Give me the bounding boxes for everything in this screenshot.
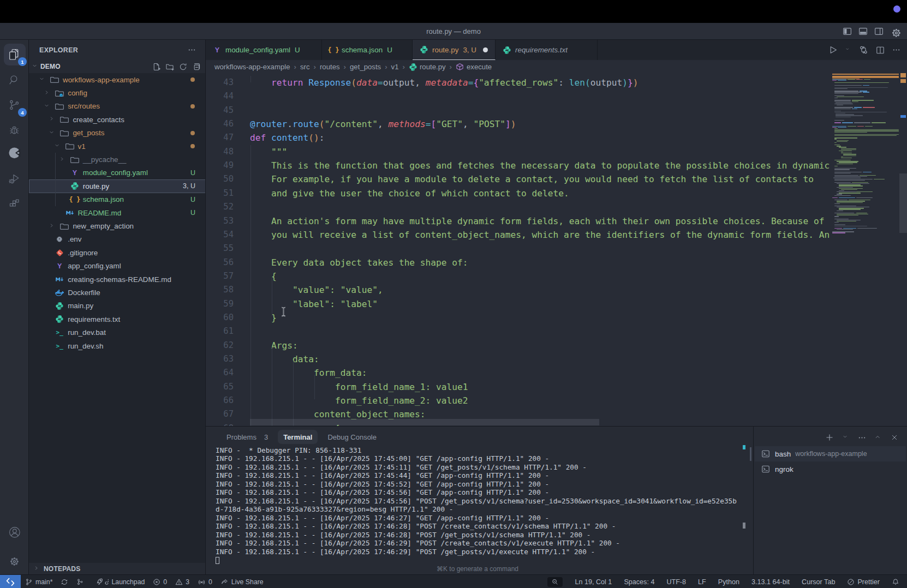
statusbar-cursor-position[interactable]: Ln 19, Col 1 (575, 578, 612, 586)
tree-item-v1[interactable]: v1 (29, 140, 206, 153)
breadcrumb-item[interactable]: src (300, 63, 310, 71)
twisty-chevron-down-icon (55, 143, 61, 149)
new-folder-icon (165, 63, 174, 71)
statusbar-ports[interactable]: 0 (198, 578, 212, 586)
notepads-section-header[interactable]: NOTEPADS (29, 563, 206, 574)
tree-item-requirements.txt[interactable]: requirements.txt (29, 313, 206, 326)
statusbar-notifications[interactable] (892, 578, 899, 586)
statusbar-git-branch[interactable]: main* (25, 578, 52, 586)
run-button[interactable] (828, 45, 838, 55)
breadcrumb-item[interactable]: get_posts (350, 63, 381, 71)
vertical-scrollbar-thumb[interactable] (899, 173, 907, 233)
activitybar-item-manage[interactable] (4, 551, 26, 573)
remote-indicator[interactable] (0, 575, 21, 588)
overview-ruler[interactable] (899, 74, 907, 426)
tree-item-workflows-app-example[interactable]: workflows-app-example (29, 73, 206, 86)
layout-sidebar-left-button[interactable] (843, 27, 852, 36)
yaml-icon: Y (213, 46, 222, 55)
tree-item-Dockerfile[interactable]: Dockerfile (29, 286, 206, 299)
statusbar-git-graph[interactable] (76, 578, 84, 586)
statusbar-live-share[interactable]: Live Share (220, 578, 264, 586)
minimap[interactable] (831, 74, 899, 426)
settings-gear-button[interactable] (890, 27, 899, 36)
statusbar-indentation[interactable]: Spaces: 4 (624, 578, 654, 586)
tree-item-creating-schemas-README.md[interactable]: creating-schemas-README.md (29, 273, 206, 286)
terminal-scrollbar-thumb[interactable] (743, 523, 745, 529)
plus-button[interactable] (825, 433, 834, 442)
tab-git-status: U (387, 46, 392, 54)
tree-item-src/routes[interactable]: src/routes (29, 100, 206, 113)
editor-tab-schema.json[interactable]: { }schema.jsonU (322, 40, 413, 60)
activitybar-item-ai-assistant[interactable] (4, 142, 26, 164)
file-label: app_config.yaml (68, 262, 121, 270)
editor-tab-module_config.yaml[interactable]: Ymodule_config.yamlU (206, 40, 322, 60)
more-button[interactable] (892, 46, 900, 54)
tree-item-create_contacts[interactable]: create_contacts (29, 113, 206, 126)
breadcrumb-item[interactable]: workflows-app-example (214, 63, 290, 71)
statusbar-encoding[interactable]: UTF-8 (666, 578, 686, 586)
chevron-down-icon (44, 103, 51, 110)
statusbar-prettier[interactable]: Prettier (847, 578, 880, 586)
statusbar-launchpad[interactable]: Launchpad (92, 578, 145, 586)
panel-tab-debug-console[interactable]: Debug Console (322, 430, 382, 444)
terminal-instance-bash[interactable]: bashworkflows-app-example (755, 446, 906, 461)
activitybar-item-accounts[interactable] (4, 521, 26, 543)
horizontal-scrollbar[interactable] (250, 419, 599, 425)
close-button[interactable] (891, 434, 898, 441)
workspace-section-header[interactable]: DEMO (29, 60, 206, 73)
chevron-up-button[interactable] (875, 434, 882, 441)
breadcrumb-item[interactable]: routes (320, 63, 340, 71)
editor-tab-route.py[interactable]: route.py3, U (413, 40, 496, 60)
activitybar-item-search[interactable] (4, 69, 26, 91)
activitybar-item-debug[interactable] (4, 119, 26, 141)
breadcrumb-item[interactable]: v1 (391, 63, 399, 71)
tree-item-app_config.yaml[interactable]: Yapp_config.yaml (29, 260, 206, 273)
git-badge: U (190, 196, 195, 203)
more-button[interactable] (858, 434, 866, 442)
split-editor-button[interactable] (876, 46, 885, 55)
collapse-all-button[interactable] (192, 63, 200, 71)
tree-item-get_posts[interactable]: get_posts (29, 127, 206, 140)
dropdown-button[interactable] (845, 47, 851, 53)
activitybar-item-explorer[interactable]: 1 (4, 44, 26, 65)
statusbar-cursor-tab[interactable]: Cursor Tab (802, 578, 835, 586)
compare-changes-button[interactable] (859, 45, 868, 55)
tree-item-run_dev.sh[interactable]: >_run_dev.sh (29, 339, 206, 352)
activitybar-item-extensions[interactable] (4, 194, 26, 215)
statusbar-zoom[interactable] (547, 577, 563, 587)
file-label: creating-schemas-README.md (68, 275, 171, 284)
statusbar-language-mode[interactable]: Python (718, 578, 739, 586)
statusbar-python-interpreter[interactable]: 3.13.1 64-bit (751, 578, 790, 586)
new-file-button[interactable] (152, 63, 160, 71)
statusbar-sync-changes[interactable] (61, 578, 68, 586)
tab-git-status: 3, U (463, 46, 476, 54)
activitybar-item-run-and-debug[interactable] (4, 168, 26, 190)
explorer-more-actions-icon[interactable] (188, 46, 196, 54)
statusbar-eol[interactable]: LF (698, 578, 706, 586)
line-number: 59 (206, 297, 234, 311)
breadcrumb-item[interactable]: execute (456, 63, 492, 71)
layout-panel-button[interactable] (858, 27, 868, 36)
chevron-down-button[interactable] (843, 434, 849, 441)
layout-sidebar-right-button[interactable] (874, 27, 884, 36)
activitybar-item-source-control[interactable]: 4 (4, 94, 26, 116)
file-label: run_dev.bat (68, 328, 106, 337)
tree-item-.env[interactable]: .env (29, 233, 206, 246)
tree-item-config[interactable]: config (29, 86, 206, 99)
breadcrumb-item[interactable]: route.py (409, 63, 446, 71)
new-folder-button[interactable] (165, 63, 174, 71)
panel-tab-problems[interactable]: Problems3 (221, 430, 273, 444)
panel-tab-terminal[interactable]: Terminal (278, 430, 318, 444)
tree-item-.gitignore[interactable]: .gitignore (29, 246, 206, 259)
terminal-instance-ngrok[interactable]: ngrok (755, 461, 906, 477)
tree-item-run_dev.bat[interactable]: >_run_dev.bat (29, 326, 206, 339)
tree-item-new_empty_action[interactable]: new_empty_action (29, 219, 206, 232)
tree-item-main.py[interactable]: main.py (29, 299, 206, 313)
statusbar-warnings[interactable]: 3 (175, 578, 189, 586)
line-number: 49 (206, 159, 234, 172)
code-editor[interactable]: 4344454647484950515253545556575859606162… (206, 74, 907, 426)
tree-item-README.md[interactable]: README.mdU (29, 206, 206, 219)
editor-tab-requirements.txt[interactable]: requirements.txt (496, 40, 598, 60)
refresh-button[interactable] (179, 63, 187, 71)
statusbar-errors[interactable]: 0 (153, 578, 167, 586)
